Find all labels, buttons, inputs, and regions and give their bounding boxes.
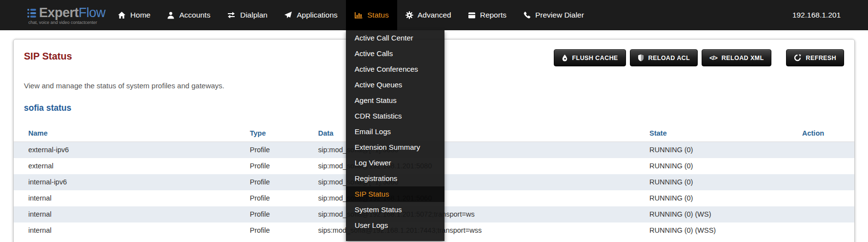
nav-label: Advanced — [418, 11, 451, 20]
action-cell — [787, 206, 854, 222]
nav-label: Reports — [480, 11, 506, 20]
shield-icon — [638, 54, 644, 61]
window-icon — [468, 12, 476, 19]
menu-item-user-logs[interactable]: User Logs — [346, 218, 444, 233]
action-cell — [787, 158, 854, 174]
profile-name-link[interactable]: internal-ipv6 — [14, 174, 235, 190]
menu-item-log-viewer[interactable]: Log Viewer — [346, 155, 444, 171]
nav-label: Dialplan — [240, 11, 267, 20]
logo-tagline: chat, voice and video contactcenter — [27, 20, 105, 25]
home-icon — [118, 11, 126, 19]
nav-label: Home — [130, 11, 150, 20]
expertflow-logo[interactable]: ExpertFlow chat, voice and video contact… — [0, 0, 105, 30]
menu-item-active-conferences[interactable]: Active Conferences — [346, 61, 444, 77]
menu-item-extension-summary[interactable]: Extension Summary — [346, 140, 444, 155]
refresh-button[interactable]: REFRESH — [786, 49, 844, 66]
status-dropdown-menu: Active Call Center Active Calls Active C… — [346, 30, 444, 241]
state-cell: RUNNING (0) — [635, 158, 787, 174]
menu-item-sip-status[interactable]: SIP Status — [346, 186, 444, 202]
page-title: SIP Status — [24, 51, 72, 62]
profile-name-link[interactable]: internal — [14, 190, 235, 206]
nav-item-advanced[interactable]: Advanced — [397, 0, 460, 30]
column-header-name: Name — [14, 124, 235, 142]
nav-item-applications[interactable]: Applications — [276, 0, 346, 30]
profile-name-link[interactable]: external-ipv6 — [14, 142, 235, 158]
menu-item-active-call-center[interactable]: Active Call Center — [346, 30, 444, 46]
type-cell: Profile — [235, 174, 303, 190]
nav-item-reports[interactable]: Reports — [460, 0, 515, 30]
type-cell: Profile — [235, 190, 303, 206]
column-header-state: State — [635, 124, 787, 142]
reload-acl-button[interactable]: RELOAD ACL — [630, 49, 698, 66]
menu-item-cdr-statistics[interactable]: CDR Statistics — [346, 108, 444, 124]
button-label: RELOAD ACL — [648, 55, 690, 61]
state-cell: RUNNING (0) (WSS) — [635, 222, 787, 239]
nav-label: Preview Dialer — [535, 11, 584, 20]
paper-plane-icon — [284, 11, 292, 19]
button-label: REFRESH — [806, 55, 836, 61]
type-cell: Profile — [235, 206, 303, 222]
server-ip: 192.168.1.201 — [792, 0, 868, 30]
bar-chart-icon — [354, 12, 363, 19]
profile-name-link[interactable]: internal — [14, 222, 235, 239]
user-icon — [167, 11, 175, 19]
type-cell: Profile — [235, 142, 303, 158]
state-cell: RUNNING (0) — [635, 174, 787, 190]
nav-item-status[interactable]: Status Active Call Center Active Calls A… — [346, 0, 397, 30]
action-cell — [787, 190, 854, 206]
toolbar: FLUSH CACHE RELOAD ACL </> RELOAD XML — [554, 49, 844, 66]
action-cell — [787, 142, 854, 158]
reload-xml-button[interactable]: </> RELOAD XML — [702, 49, 771, 66]
code-icon: </> — [709, 54, 717, 61]
menu-item-registrations[interactable]: Registrations — [346, 171, 444, 186]
brand-flow: Flow — [79, 5, 105, 20]
column-header-action: Action — [787, 124, 854, 142]
arrows-exchange-icon — [227, 11, 236, 19]
action-cell — [787, 174, 854, 190]
gear-icon — [405, 11, 413, 19]
nav-item-dialplan[interactable]: Dialplan — [219, 0, 276, 30]
logo-row: ExpertFlow — [27, 5, 105, 20]
type-cell: Profile — [235, 222, 303, 239]
button-label: FLUSH CACHE — [572, 55, 618, 61]
nav-label: Status — [367, 11, 389, 20]
nav-item-home[interactable]: Home — [109, 0, 159, 30]
nav-item-accounts[interactable]: Accounts — [159, 0, 219, 30]
phone-icon — [523, 11, 531, 19]
refresh-icon — [794, 54, 801, 61]
action-cell — [787, 222, 854, 239]
nav-item-preview-dialer[interactable]: Preview Dialer — [515, 0, 592, 30]
flush-icon — [562, 54, 568, 61]
nav-menu: Home Accounts Dialplan Applications — [109, 0, 592, 30]
state-cell: RUNNING (0) — [635, 190, 787, 206]
logo-dots-icon — [27, 8, 37, 19]
nav-label: Applications — [297, 11, 338, 20]
column-header-type: Type — [235, 124, 303, 142]
nav-label: Accounts — [179, 11, 210, 20]
type-cell: Profile — [235, 158, 303, 174]
profile-name-link[interactable]: external — [14, 158, 235, 174]
brand-expert: Expert — [39, 5, 79, 20]
state-cell: RUNNING (0) (WS) — [635, 206, 787, 222]
state-cell: RUNNING (0) — [635, 142, 787, 158]
menu-item-system-status[interactable]: System Status — [346, 202, 444, 218]
menu-item-active-queues[interactable]: Active Queues — [346, 77, 444, 93]
button-label: RELOAD XML — [722, 55, 764, 61]
flush-cache-button[interactable]: FLUSH CACHE — [554, 49, 626, 66]
menu-item-agent-status[interactable]: Agent Status — [346, 93, 444, 108]
profile-name-link[interactable]: internal — [14, 206, 235, 222]
top-navbar: ExpertFlow chat, voice and video contact… — [0, 0, 868, 30]
menu-item-active-calls[interactable]: Active Calls — [346, 46, 444, 61]
menu-item-email-logs[interactable]: Email Logs — [346, 124, 444, 140]
